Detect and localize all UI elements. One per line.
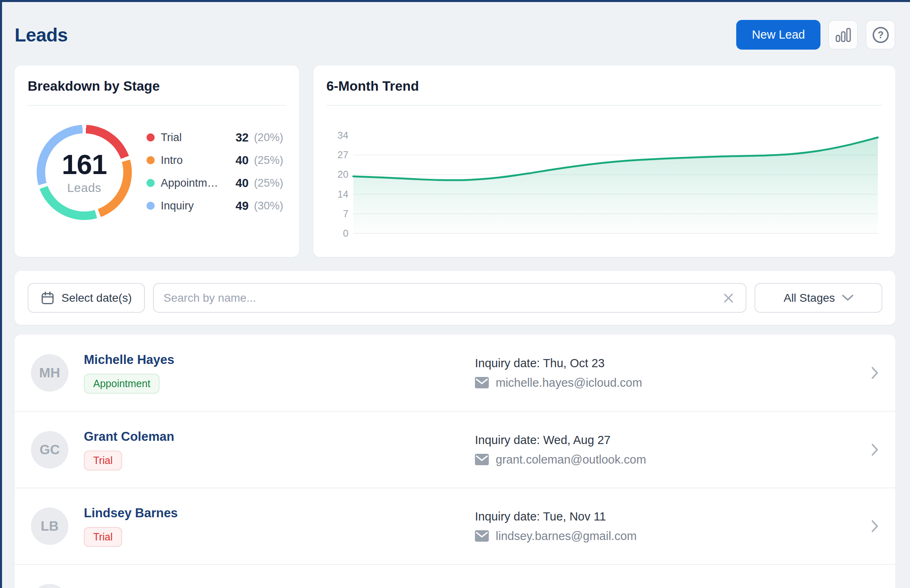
avatar: LB <box>31 507 68 545</box>
mail-icon <box>475 454 489 465</box>
search-input[interactable] <box>164 292 721 305</box>
legend-value: 32 <box>226 131 249 144</box>
legend-color-dot <box>147 156 155 164</box>
legend-color-dot <box>147 202 155 210</box>
clear-search-button[interactable] <box>721 291 736 305</box>
lead-list: MH Michelle Hayes Appointment Inquiry da… <box>15 335 895 588</box>
legend-percent: (25%) <box>254 177 291 189</box>
svg-text:0: 0 <box>343 228 348 237</box>
stage-badge: Appointment <box>84 374 160 394</box>
select-dates-label: Select date(s) <box>61 292 132 305</box>
svg-text:14: 14 <box>337 189 348 200</box>
header-actions: New Lead ? <box>736 20 895 50</box>
lead-email-row: michelle.hayes@icloud.com <box>475 376 642 390</box>
legend-row[interactable]: Inquiry 49 (30%) <box>147 197 291 215</box>
svg-text:20: 20 <box>337 169 348 180</box>
lead-email: michelle.hayes@icloud.com <box>496 376 642 390</box>
legend-value: 49 <box>226 199 249 213</box>
chart-view-button[interactable] <box>828 20 858 50</box>
legend-label: Appointment <box>161 177 222 189</box>
filter-bar: Select date(s) All Stages <box>15 271 895 325</box>
legend-row[interactable]: Trial 32 (20%) <box>147 128 291 146</box>
legend-value: 40 <box>226 154 249 167</box>
page-header: Leads New Lead ? <box>15 0 895 65</box>
new-lead-button[interactable]: New Lead <box>736 20 820 50</box>
chevron-right-icon <box>871 443 879 456</box>
chevron-down-icon <box>842 294 853 301</box>
lead-row[interactable]: GC Grant Coleman Trial Inquiry date: Wed… <box>15 411 895 488</box>
select-dates-button[interactable]: Select date(s) <box>28 283 145 313</box>
legend-row[interactable]: Intro 40 (25%) <box>147 151 291 169</box>
page-title: Leads <box>15 24 68 46</box>
lead-row[interactable]: LB Lindsey Barnes Trial Inquiry date: Tu… <box>15 488 895 564</box>
mail-icon <box>475 530 489 542</box>
total-leads-label: Leads <box>67 181 101 195</box>
legend-percent: (25%) <box>254 154 291 167</box>
leads-page: Leads New Lead ? <box>0 0 910 588</box>
legend-percent: (30%) <box>254 200 291 212</box>
help-button[interactable]: ? <box>866 20 895 50</box>
lead-contact-info: Inquiry date: Tue, Nov 11 lindsey.barnes… <box>475 510 637 543</box>
stage-legend: Trial 32 (20%) Intro 40 (25%) Appointmen… <box>147 128 291 220</box>
avatar: GC <box>31 431 68 468</box>
lead-email-row: grant.coleman@outlook.com <box>475 453 646 466</box>
lead-name: Michelle Hayes <box>84 353 475 367</box>
chevron-right-icon <box>871 520 879 533</box>
svg-text:7: 7 <box>343 208 348 219</box>
trend-area-chart: 3427201470 <box>326 114 882 237</box>
stage-filter-label: All Stages <box>783 292 835 305</box>
svg-text:27: 27 <box>337 149 348 160</box>
lead-name: Lindsey Barnes <box>84 506 475 520</box>
inquiry-date: Inquiry date: Tue, Nov 11 <box>475 510 637 523</box>
legend-label: Inquiry <box>161 200 222 212</box>
svg-text:34: 34 <box>337 130 348 141</box>
lead-email: grant.coleman@outlook.com <box>496 453 646 466</box>
bar-chart-icon <box>836 28 851 42</box>
stage-badge: Trial <box>84 527 122 547</box>
stage-badge: Trial <box>84 451 122 470</box>
help-icon: ? <box>872 26 890 44</box>
total-leads-value: 161 <box>62 150 107 178</box>
stage-donut-chart: 161 Leads <box>37 125 132 220</box>
inquiry-date: Inquiry date: Thu, Oct 23 <box>475 357 642 370</box>
legend-label: Intro <box>161 154 222 167</box>
avatar: MP <box>31 584 68 588</box>
legend-value: 40 <box>226 176 249 190</box>
stage-card-title: Breakdown by Stage <box>28 78 286 94</box>
lead-main-info: Lindsey Barnes Trial <box>84 506 475 547</box>
lead-contact-info: Inquiry date: Wed, Aug 27 grant.coleman@… <box>475 433 646 466</box>
legend-label: Trial <box>161 131 222 144</box>
lead-main-info: Grant Coleman Trial <box>84 429 475 470</box>
mail-icon <box>475 377 489 388</box>
summary-cards: Breakdown by Stage 161 Leads Trial 32 (2… <box>15 65 895 257</box>
avatar: MH <box>31 354 68 392</box>
window-top-edge <box>0 0 910 2</box>
lead-row[interactable]: MH Michelle Hayes Appointment Inquiry da… <box>15 335 895 411</box>
inquiry-date: Inquiry date: Wed, Aug 27 <box>475 433 646 447</box>
chevron-right-icon <box>871 366 879 379</box>
lead-email-row: lindsey.barnes@gmail.com <box>475 529 637 543</box>
lead-email: lindsey.barnes@gmail.com <box>496 529 637 543</box>
legend-color-dot <box>147 179 155 187</box>
legend-percent: (20%) <box>254 131 291 144</box>
lead-main-info: Michelle Hayes Appointment <box>84 353 475 394</box>
search-box <box>153 283 746 313</box>
window-left-edge <box>0 0 2 588</box>
breakdown-by-stage-card: Breakdown by Stage 161 Leads Trial 32 (2… <box>15 65 299 257</box>
lead-contact-info: Inquiry date: Thu, Oct 23 michelle.hayes… <box>475 357 642 390</box>
trend-card-title: 6-Month Trend <box>326 78 882 94</box>
calendar-icon <box>41 291 55 305</box>
svg-text:?: ? <box>877 29 883 40</box>
donut-center: 161 Leads <box>45 133 123 211</box>
six-month-trend-card: 6-Month Trend 3427201470 <box>313 65 895 257</box>
stage-filter-dropdown[interactable]: All Stages <box>755 283 882 313</box>
divider <box>326 105 882 106</box>
legend-row[interactable]: Appointment 40 (25%) <box>147 174 291 192</box>
lead-name: Grant Coleman <box>84 429 475 444</box>
legend-color-dot <box>147 133 155 142</box>
close-icon <box>723 292 734 304</box>
lead-row[interactable]: MP Marcus Perry Inquiry date: Sun, Dec 0… <box>15 564 895 588</box>
